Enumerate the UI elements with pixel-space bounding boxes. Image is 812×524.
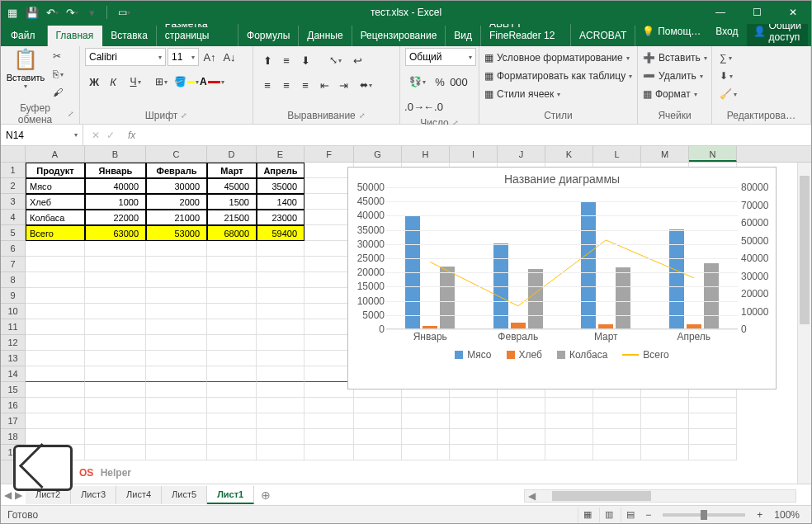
- cell[interactable]: [257, 398, 304, 413]
- fill-color-button[interactable]: 🪣▾: [174, 73, 199, 91]
- cell[interactable]: [304, 241, 354, 257]
- cell[interactable]: [146, 304, 207, 319]
- minimize-button[interactable]: ―: [702, 1, 739, 24]
- row-header-8[interactable]: 8: [1, 272, 25, 288]
- cell[interactable]: 40000: [85, 178, 146, 194]
- cell[interactable]: [498, 429, 545, 445]
- cell[interactable]: Январь: [85, 163, 146, 178]
- cell[interactable]: [545, 398, 593, 413]
- row-header-18[interactable]: 18: [1, 429, 25, 445]
- cell[interactable]: 1400: [257, 194, 304, 210]
- cell[interactable]: 68000: [207, 225, 257, 241]
- cell[interactable]: [304, 288, 354, 304]
- sheet-tab[interactable]: Лист5: [162, 486, 207, 504]
- font-size-combo[interactable]: 11▾: [168, 48, 199, 66]
- cell[interactable]: [207, 272, 257, 288]
- cell[interactable]: [257, 382, 304, 398]
- decrease-indent-icon[interactable]: ⇤: [315, 76, 333, 94]
- underline-button[interactable]: Ч▾: [123, 73, 148, 91]
- row-header-12[interactable]: 12: [1, 335, 25, 351]
- cell[interactable]: [304, 178, 354, 194]
- cell[interactable]: [257, 445, 304, 460]
- cell[interactable]: [207, 398, 257, 413]
- cell[interactable]: [146, 241, 207, 257]
- ribbon-options-icon[interactable]: ▭▾: [114, 2, 134, 22]
- cell[interactable]: Февраль: [146, 163, 207, 178]
- cell[interactable]: [304, 194, 354, 210]
- cell[interactable]: 53000: [146, 225, 207, 241]
- align-bottom-icon[interactable]: ⬇: [296, 51, 314, 69]
- italic-button[interactable]: К: [104, 73, 122, 91]
- cell[interactable]: [402, 445, 450, 460]
- sign-in[interactable]: Вход: [709, 22, 744, 40]
- cell[interactable]: [207, 257, 257, 272]
- cell[interactable]: [689, 398, 737, 413]
- bar[interactable]: [423, 326, 437, 328]
- scroll-left-icon[interactable]: ◀: [525, 490, 539, 502]
- cell[interactable]: [85, 398, 146, 413]
- cell[interactable]: [207, 429, 257, 445]
- cell[interactable]: [257, 241, 304, 257]
- cell[interactable]: [146, 272, 207, 288]
- align-top-icon[interactable]: ⬆: [258, 51, 276, 69]
- zoom-in-button[interactable]: +: [753, 509, 766, 521]
- cell[interactable]: [689, 429, 737, 445]
- cell[interactable]: [26, 398, 85, 413]
- enter-formula-icon[interactable]: ✓: [106, 130, 115, 141]
- cell[interactable]: [641, 413, 689, 429]
- cell[interactable]: [593, 413, 641, 429]
- name-box[interactable]: N14▾: [1, 125, 83, 145]
- align-middle-icon[interactable]: ≡: [277, 51, 295, 69]
- cell[interactable]: [26, 429, 85, 445]
- bar[interactable]: [687, 324, 701, 328]
- legend-item[interactable]: Хлеб: [507, 349, 542, 361]
- cell[interactable]: [304, 304, 354, 319]
- cell[interactable]: [146, 288, 207, 304]
- increase-indent-icon[interactable]: ⇥: [334, 76, 352, 94]
- column-header-J[interactable]: J: [498, 146, 545, 162]
- cell[interactable]: [354, 398, 402, 413]
- cell[interactable]: [545, 429, 593, 445]
- number-format-combo[interactable]: Общий▾: [405, 48, 476, 66]
- tab-insert[interactable]: Вставка: [102, 26, 157, 46]
- normal-view-icon[interactable]: ▦: [578, 507, 596, 522]
- cell[interactable]: [450, 413, 498, 429]
- cell[interactable]: [85, 288, 146, 304]
- tab-acrobat[interactable]: ACROBAT: [571, 26, 635, 46]
- clear-button[interactable]: 🧹 ▾: [717, 86, 739, 102]
- cell[interactable]: [26, 382, 85, 398]
- format-cells-button[interactable]: ▦Формат▾: [643, 86, 697, 102]
- align-left-icon[interactable]: ≡: [258, 76, 276, 94]
- row-header-11[interactable]: 11: [1, 319, 25, 335]
- cell[interactable]: [26, 366, 85, 382]
- cell[interactable]: [304, 335, 354, 351]
- align-center-icon[interactable]: ≡: [277, 76, 295, 94]
- cell[interactable]: [85, 335, 146, 351]
- row-header-1[interactable]: 1: [1, 163, 25, 178]
- new-sheet-button[interactable]: ⊕: [254, 489, 277, 502]
- cell[interactable]: [689, 413, 737, 429]
- row-header-7[interactable]: 7: [1, 257, 25, 272]
- cell[interactable]: Хлеб: [26, 194, 85, 210]
- row-header-2[interactable]: 2: [1, 178, 25, 194]
- row-header-9[interactable]: 9: [1, 288, 25, 304]
- column-header-H[interactable]: H: [402, 146, 450, 162]
- cell[interactable]: [257, 413, 304, 429]
- cell[interactable]: [146, 366, 207, 382]
- cell[interactable]: [207, 335, 257, 351]
- tab-view[interactable]: Вид: [446, 26, 481, 46]
- cell[interactable]: [257, 351, 304, 366]
- bar[interactable]: [511, 323, 526, 328]
- decrease-decimal-icon[interactable]: ←.0: [424, 97, 442, 116]
- cell[interactable]: Продукт: [26, 163, 85, 178]
- tell-me[interactable]: 💡 Помощ…: [635, 22, 707, 40]
- bar[interactable]: [528, 269, 543, 328]
- cell[interactable]: [304, 398, 354, 413]
- cell[interactable]: 63000: [85, 225, 146, 241]
- paste-button[interactable]: 📋 Вставить ▾: [6, 48, 45, 90]
- cell[interactable]: [26, 272, 85, 288]
- cell[interactable]: [593, 398, 641, 413]
- save-icon[interactable]: 💾: [24, 4, 40, 21]
- formula-input[interactable]: [140, 125, 811, 145]
- cell[interactable]: [304, 210, 354, 225]
